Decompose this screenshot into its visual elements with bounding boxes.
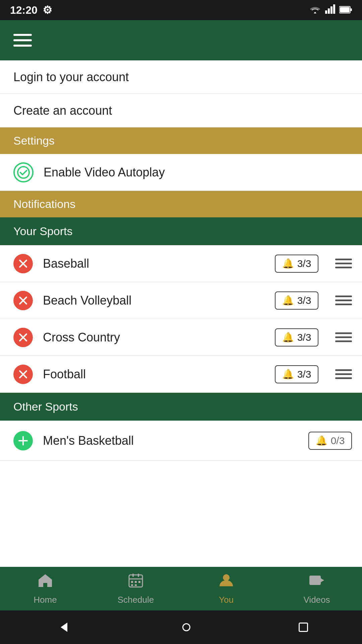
svg-marker-30	[61, 623, 67, 632]
beach-volleyball-remove-button[interactable]	[13, 291, 33, 310]
cross-country-bell-badge[interactable]: 🔔 3/3	[275, 328, 318, 346]
beach-volleyball-drag-handle[interactable]	[335, 296, 352, 305]
svg-rect-20	[138, 574, 139, 577]
mens-basketball-bell-badge[interactable]: 🔔 0/3	[308, 432, 352, 450]
autoplay-checkbox[interactable]	[13, 162, 34, 182]
autoplay-setting-item[interactable]: Enable Video Autoplay	[0, 154, 362, 191]
svg-rect-26	[135, 584, 137, 586]
beach-volleyball-bell-count: 3/3	[297, 295, 311, 306]
svg-rect-19	[132, 574, 134, 577]
nav-schedule[interactable]: Schedule	[90, 572, 181, 605]
home-button[interactable]	[182, 623, 190, 631]
svg-rect-28	[309, 576, 321, 585]
football-sport-name: Football	[43, 367, 265, 381]
your-sports-section-header: Your Sports	[0, 217, 362, 245]
login-menu-item[interactable]: Login to your account	[0, 60, 362, 94]
status-bar: 12:20 ⚙	[0, 0, 362, 20]
svg-rect-1	[328, 8, 330, 14]
svg-rect-2	[330, 6, 333, 14]
baseball-sport-name: Baseball	[43, 257, 265, 271]
cross-country-sport-name: Cross Country	[43, 330, 265, 344]
wifi-icon	[309, 4, 321, 16]
beach-volleyball-bell-badge[interactable]: 🔔 3/3	[275, 291, 318, 310]
bottom-nav: Home Schedule You	[0, 567, 362, 610]
beach-volleyball-bell-icon: 🔔	[282, 295, 294, 306]
svg-point-27	[223, 574, 230, 581]
mens-basketball-sport-name: Men's Basketball	[43, 434, 298, 448]
nav-videos[interactable]: Videos	[272, 572, 362, 605]
recents-button[interactable]	[299, 623, 308, 632]
football-drag-handle[interactable]	[335, 369, 352, 379]
home-icon	[37, 572, 53, 592]
battery-icon	[339, 4, 352, 16]
nav-schedule-label: Schedule	[118, 595, 154, 605]
svg-rect-25	[131, 584, 133, 586]
app-header	[0, 20, 362, 60]
cross-country-bell-icon: 🔔	[282, 332, 294, 343]
cross-country-drag-handle[interactable]	[335, 332, 352, 342]
nav-home-label: Home	[34, 595, 57, 605]
baseball-bell-count: 3/3	[297, 258, 311, 269]
schedule-icon	[128, 572, 144, 592]
svg-rect-3	[333, 4, 335, 14]
baseball-remove-button[interactable]	[13, 254, 33, 273]
football-bell-icon: 🔔	[282, 369, 294, 380]
other-sports-section-header: Other Sports	[0, 393, 362, 421]
mens-basketball-bell-icon: 🔔	[316, 435, 327, 446]
signal-icon	[325, 4, 335, 16]
football-bell-badge[interactable]: 🔔 3/3	[275, 365, 318, 383]
time-display: 12:20	[10, 4, 38, 16]
gear-icon: ⚙	[43, 4, 52, 16]
baseball-drag-handle[interactable]	[335, 259, 352, 268]
football-bell-count: 3/3	[297, 369, 311, 380]
cross-country-remove-button[interactable]	[13, 328, 33, 347]
svg-rect-6	[340, 7, 350, 12]
system-nav-bar	[0, 610, 362, 644]
baseball-bell-icon: 🔔	[282, 258, 294, 269]
you-icon	[218, 572, 234, 592]
svg-rect-22	[131, 581, 133, 583]
hamburger-menu-button[interactable]	[13, 34, 32, 47]
nav-videos-label: Videos	[303, 595, 330, 605]
mens-basketball-add-button[interactable]	[13, 431, 33, 450]
cross-country-sport-item: Cross Country 🔔 3/3	[0, 319, 362, 356]
cross-country-bell-count: 3/3	[297, 332, 311, 343]
nav-you[interactable]: You	[181, 572, 272, 605]
baseball-sport-item: Baseball 🔔 3/3	[0, 245, 362, 282]
settings-section-header: Settings	[0, 127, 362, 154]
autoplay-label: Enable Video Autoplay	[44, 165, 165, 179]
videos-icon	[309, 572, 325, 592]
football-remove-button[interactable]	[13, 365, 33, 384]
baseball-bell-badge[interactable]: 🔔 3/3	[275, 255, 318, 273]
beach-volleyball-sport-item: Beach Volleyball 🔔 3/3	[0, 282, 362, 319]
notifications-section-header: Notifications	[0, 191, 362, 217]
svg-marker-29	[321, 578, 324, 582]
nav-home[interactable]: Home	[0, 572, 90, 605]
svg-rect-0	[325, 10, 327, 14]
svg-point-7	[18, 166, 29, 178]
nav-you-label: You	[219, 595, 234, 605]
football-sport-item: Football 🔔 3/3	[0, 356, 362, 393]
svg-rect-23	[135, 581, 137, 583]
beach-volleyball-sport-name: Beach Volleyball	[43, 293, 265, 308]
mens-basketball-bell-count: 0/3	[331, 435, 345, 446]
svg-rect-24	[138, 581, 140, 583]
svg-rect-5	[350, 8, 352, 11]
create-account-menu-item[interactable]: Create an account	[0, 94, 362, 127]
mens-basketball-sport-item: Men's Basketball 🔔 0/3	[0, 421, 362, 461]
back-button[interactable]	[54, 617, 74, 637]
